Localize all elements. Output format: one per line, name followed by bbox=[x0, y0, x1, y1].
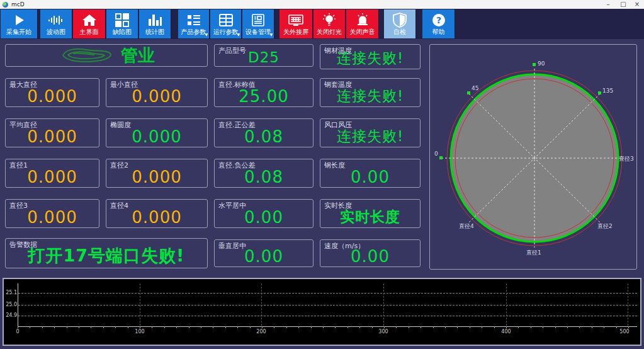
gridline-v bbox=[140, 283, 140, 326]
gauge-label-d3: 直径3 bbox=[619, 156, 634, 162]
device-icon bbox=[242, 12, 274, 28]
start-capture-button[interactable]: 采集开始 bbox=[1, 9, 38, 38]
run-params-button[interactable]: 运行参数 ▼ bbox=[210, 9, 242, 38]
window-title: mcD bbox=[11, 1, 25, 8]
gridline-v bbox=[261, 283, 262, 326]
field-max-diameter: 最大直径 0.000 bbox=[5, 78, 99, 107]
field-diameter-2: 直径2 0.000 bbox=[106, 159, 208, 188]
gauge-label-90: 90 bbox=[538, 60, 545, 67]
field-min-diameter: 最小直径 0.000 bbox=[106, 78, 208, 107]
field-diameter-3: 直径3 0.000 bbox=[5, 199, 99, 228]
defect-grid-icon bbox=[106, 12, 138, 28]
waveform-icon bbox=[40, 12, 72, 28]
chevron-down-icon: ▼ bbox=[205, 32, 208, 37]
x-axis-minor-ticks bbox=[18, 326, 629, 328]
main-window: mcD – □ × 采集开始 波动图 bbox=[0, 0, 644, 349]
field-horizontal-center: 水平居中 0.00 bbox=[214, 199, 314, 228]
gridline-h bbox=[18, 305, 637, 306]
gridline-v bbox=[383, 283, 384, 326]
chevron-down-icon: ▼ bbox=[269, 32, 273, 37]
bar-chart-icon bbox=[139, 12, 171, 28]
list-icon bbox=[178, 12, 209, 28]
help-button[interactable]: ? 帮助 bbox=[422, 9, 455, 38]
gridline-h bbox=[18, 316, 637, 316]
gauge-label-45: 45 bbox=[472, 85, 478, 91]
app-icon bbox=[3, 2, 8, 8]
product-params-button[interactable]: 产品参数 ▼ bbox=[178, 9, 210, 38]
gauge-label-0: 0 bbox=[434, 151, 438, 157]
gridline-h bbox=[18, 293, 637, 294]
gauge-label-d1: 直径1 bbox=[526, 249, 541, 256]
y-tick-label: 25.0 bbox=[4, 302, 17, 307]
field-plus-tolerance: 直径.正公差 0.08 bbox=[214, 118, 314, 147]
trend-chart: 25.1 25.0 24.9 0 100 200 300 400 500 bbox=[3, 278, 641, 346]
shield-icon bbox=[384, 12, 415, 28]
close-button[interactable]: × bbox=[631, 0, 643, 8]
svg-text:?: ? bbox=[436, 15, 441, 25]
siren-icon bbox=[346, 12, 378, 28]
x-tick-label: 100 bbox=[127, 329, 152, 335]
wave-chart-button[interactable]: 波动图 bbox=[40, 9, 72, 38]
field-vent-pressure: 风口风压 连接失败! bbox=[320, 118, 421, 147]
gauge-label-d2: 直径2 bbox=[597, 223, 613, 229]
home-icon bbox=[73, 12, 105, 28]
alarm-message: 打开17号端口失败! bbox=[6, 244, 207, 267]
play-icon bbox=[1, 12, 37, 28]
field-ovality: 椭圆度 0.000 bbox=[106, 118, 208, 147]
main-screen-button[interactable]: 主界面 bbox=[73, 9, 106, 38]
field-steel-temp: 钢材温度 连接失败! bbox=[320, 44, 421, 69]
field-nominal-diameter: 直径.标称值 25.00 bbox=[214, 78, 314, 107]
bulb-icon bbox=[314, 12, 345, 28]
field-steel-length: 钢长度 0.00 bbox=[320, 159, 421, 188]
field-product-model: 产品型号 D25 bbox=[214, 44, 314, 67]
x-tick-label: 500 bbox=[612, 329, 637, 335]
x-tick-label: 400 bbox=[494, 329, 519, 335]
field-diameter-1: 直径1 0.000 bbox=[5, 159, 99, 188]
field-sleeve-temp: 钢套温度 连接失败! bbox=[320, 78, 421, 107]
field-minus-tolerance: 直径.负公差 0.08 bbox=[214, 159, 314, 188]
logo-graphic bbox=[58, 46, 118, 65]
device-management-button[interactable]: 设备管理 ▼ bbox=[242, 9, 274, 38]
external-screen-button[interactable]: 关外接屏 bbox=[280, 9, 313, 38]
field-realtime-length: 实时长度 实时长度 bbox=[320, 199, 421, 228]
y-tick-label: 25.1 bbox=[4, 290, 17, 295]
lights-off-button[interactable]: 关闭灯光 bbox=[314, 9, 346, 38]
sound-off-button[interactable]: 关闭声音 bbox=[346, 9, 379, 38]
screen-icon bbox=[280, 12, 312, 28]
table-icon bbox=[210, 12, 241, 28]
field-avg-diameter: 平均直径 0.000 bbox=[5, 118, 99, 147]
gauge-label-135: 135 bbox=[602, 88, 613, 94]
y-tick-label: 24.9 bbox=[4, 312, 17, 318]
gauge-plot: 90 45 135 0 直径3 直径2 直径1 直径4 bbox=[430, 45, 636, 269]
logo-panel: 管业 bbox=[5, 44, 208, 67]
x-tick-label: 0 bbox=[5, 329, 30, 335]
field-speed: 速度（m/s） 0.00 bbox=[320, 239, 421, 267]
x-tick-label: 200 bbox=[249, 329, 274, 335]
defect-chart-button[interactable]: 缺陷图 bbox=[106, 9, 138, 38]
cross-section-gauge: 90 45 135 0 直径3 直径2 直径1 直径4 bbox=[429, 44, 637, 270]
field-vertical-center: 垂直居中 0.00 bbox=[214, 239, 314, 267]
gridline-v bbox=[506, 283, 507, 326]
self-check-button[interactable]: 自检 bbox=[384, 9, 416, 38]
help-icon: ? bbox=[422, 12, 455, 28]
logo-text: 管业 bbox=[121, 44, 155, 67]
maximize-button[interactable]: □ bbox=[618, 0, 629, 8]
gauge-label-d4: 直径4 bbox=[459, 223, 474, 229]
field-diameter-4: 直径4 0.000 bbox=[106, 199, 208, 228]
gridline-v bbox=[628, 283, 628, 326]
toolbar: 采集开始 波动图 主界面 bbox=[0, 9, 644, 39]
field-alarm-data: 告警数据 打开17号端口失败! bbox=[5, 238, 208, 268]
title-bar: mcD – □ × bbox=[0, 0, 644, 9]
statistics-chart-button[interactable]: 统计图 bbox=[139, 9, 171, 38]
minimize-button[interactable]: – bbox=[602, 0, 614, 8]
x-tick-label: 300 bbox=[371, 329, 396, 335]
chevron-down-icon: ▼ bbox=[237, 32, 240, 37]
